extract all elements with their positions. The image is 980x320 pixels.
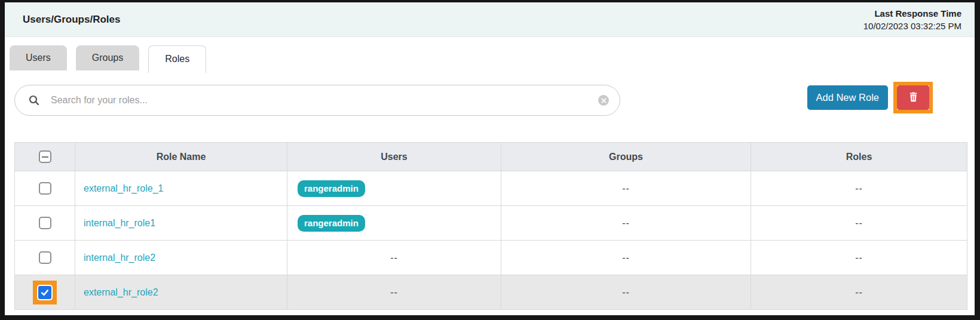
users-empty-value: -- bbox=[390, 287, 398, 297]
groups-empty-value: -- bbox=[622, 287, 630, 297]
last-response-label: Last Response Time bbox=[863, 7, 961, 20]
add-new-role-button[interactable]: Add New Role bbox=[807, 85, 888, 110]
row-checkbox[interactable] bbox=[38, 286, 51, 299]
select-all-checkbox[interactable] bbox=[39, 150, 51, 163]
tab-roles[interactable]: Roles bbox=[148, 45, 206, 73]
role-name-link[interactable]: internal_hr_role2 bbox=[84, 253, 155, 263]
groups-empty-value: -- bbox=[622, 218, 630, 228]
role-name-link[interactable]: external_hr_role2 bbox=[84, 287, 158, 297]
search-input[interactable] bbox=[50, 94, 598, 106]
column-header-groups: Groups bbox=[501, 143, 751, 171]
column-header-roles: Roles bbox=[751, 143, 967, 171]
role-name-link[interactable]: internal_hr_role1 bbox=[84, 218, 155, 228]
roles-table: Role Name Users Groups Roles external_hr… bbox=[14, 142, 967, 310]
clear-search-icon[interactable] bbox=[598, 95, 609, 106]
roles-table-body: external_hr_role_1rangeradmin----interna… bbox=[15, 171, 967, 310]
search-icon bbox=[28, 94, 40, 106]
page-title: Users/Groups/Roles bbox=[23, 14, 120, 26]
tab-bar: Users Groups Roles bbox=[10, 45, 975, 73]
table-row: internal_hr_role2------ bbox=[15, 241, 967, 275]
table-row: external_hr_role_1rangeradmin---- bbox=[15, 171, 967, 206]
tab-groups[interactable]: Groups bbox=[76, 45, 139, 70]
toolbar: Add New Role bbox=[5, 85, 975, 116]
user-badge: rangeradmin bbox=[298, 215, 365, 232]
trash-icon bbox=[908, 91, 919, 104]
roles-empty-value: -- bbox=[855, 253, 863, 263]
page-header: Users/Groups/Roles Last Response Time 10… bbox=[5, 2, 975, 37]
role-name-link[interactable]: external_hr_role_1 bbox=[84, 183, 163, 193]
groups-empty-value: -- bbox=[622, 253, 630, 263]
user-badge: rangeradmin bbox=[298, 180, 365, 197]
users-empty-value: -- bbox=[390, 253, 398, 263]
groups-empty-value: -- bbox=[622, 183, 630, 193]
roles-empty-value: -- bbox=[855, 287, 863, 297]
table-row: external_hr_role2------ bbox=[15, 275, 967, 310]
last-response-time: Last Response Time 10/02/2023 03:32:25 P… bbox=[863, 7, 961, 32]
row-checkbox[interactable] bbox=[39, 182, 51, 195]
search-box[interactable] bbox=[14, 85, 620, 116]
column-header-users: Users bbox=[287, 143, 501, 171]
annotation-highlight-checkbox bbox=[33, 281, 57, 304]
column-header-role-name: Role Name bbox=[75, 143, 287, 171]
roles-empty-value: -- bbox=[855, 183, 863, 193]
row-checkbox[interactable] bbox=[39, 251, 51, 264]
table-row: internal_hr_role1rangeradmin---- bbox=[15, 206, 967, 241]
tab-users[interactable]: Users bbox=[10, 45, 67, 70]
last-response-value: 10/02/2023 03:32:25 PM bbox=[863, 20, 961, 32]
roles-empty-value: -- bbox=[855, 218, 863, 228]
row-checkbox[interactable] bbox=[39, 217, 51, 229]
table-header-row: Role Name Users Groups Roles bbox=[15, 143, 967, 171]
annotation-highlight-delete bbox=[893, 82, 933, 113]
delete-role-button[interactable] bbox=[897, 85, 929, 110]
